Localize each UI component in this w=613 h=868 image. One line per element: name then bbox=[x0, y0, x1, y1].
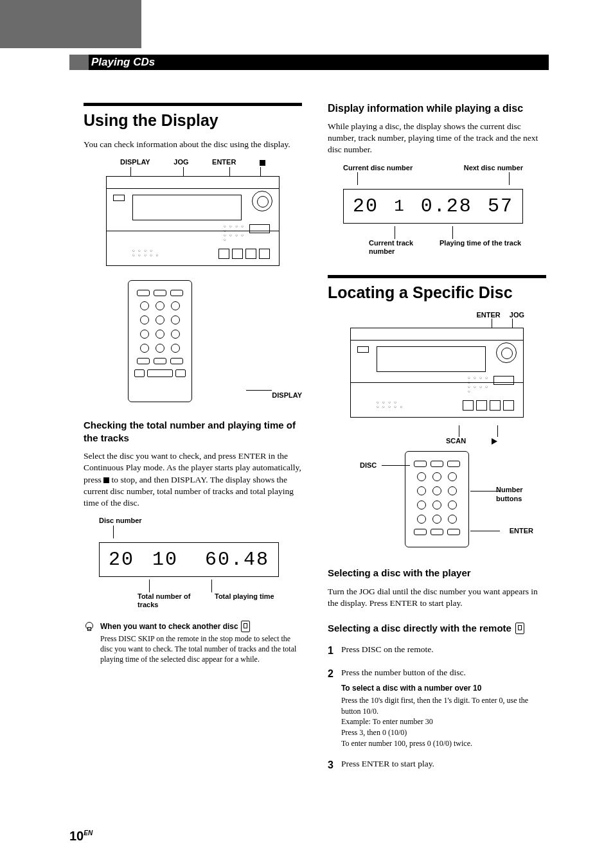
lcd2-nextdisc-label: Next disc number bbox=[464, 164, 523, 172]
sel-remote-head: Selecting a disc directly with the remot… bbox=[328, 622, 511, 635]
tip-title-row: When you want to check another disc bbox=[100, 621, 302, 632]
page-number: 10EN bbox=[69, 829, 93, 844]
lcd1-disc-label: Disc number bbox=[99, 517, 302, 525]
section-header: Playing CDs bbox=[69, 55, 549, 70]
lcd1-bot-lines bbox=[99, 580, 279, 592]
step-num-2: 2 bbox=[328, 667, 333, 749]
lcd2-curdisc-label: Current disc number bbox=[343, 164, 413, 172]
section-title: Playing CDs bbox=[89, 56, 155, 69]
device-callout-row: DISPLAY JOG ENTER bbox=[106, 158, 280, 166]
remote2-enter-label: ENTER bbox=[510, 527, 533, 535]
left-column: Using the Display You can check informat… bbox=[84, 103, 302, 781]
lcd2-time: 0.28 bbox=[421, 195, 472, 217]
lcd2-nextdisc: 57 bbox=[488, 195, 513, 217]
rule-2 bbox=[328, 275, 546, 278]
step-2: 2 Press the number button of the disc. T… bbox=[328, 667, 546, 749]
lcd1-time-label: Total playing time bbox=[215, 592, 279, 609]
remote-illustration-wrap: DISPLAY bbox=[84, 274, 302, 406]
checking-body: Select the disc you want to check, and p… bbox=[84, 450, 302, 509]
callout-lines bbox=[106, 167, 280, 176]
lcd1-disc: 20 bbox=[109, 549, 134, 571]
device2-top-lines bbox=[350, 319, 524, 328]
tip-block: When you want to check another disc Pres… bbox=[84, 621, 302, 665]
page-num-value: 10 bbox=[69, 829, 84, 843]
remote2-disc-text: DISC bbox=[360, 461, 377, 469]
label-jog2: JOG bbox=[510, 311, 524, 319]
remote-display-label: DISPLAY bbox=[272, 391, 302, 399]
sel-player-head: Selecting a disc with the player bbox=[328, 567, 546, 580]
lcd2-top-labels: Current disc number Next disc number bbox=[343, 164, 523, 172]
note-body-1: Press the 10's digit first, then the 1's… bbox=[341, 695, 546, 717]
note-body-4: To enter number 100, press 0 (10/0) twic… bbox=[341, 738, 546, 749]
lcd1-bottom-labels: Total number of tracks Total playing tim… bbox=[99, 592, 279, 609]
display-info-body: While playing a disc, the display shows … bbox=[328, 121, 546, 156]
note-body-2: Example: To enter number 30 bbox=[341, 716, 546, 727]
steps-list: 1 Press DISC on the remote. 2 Press the … bbox=[328, 644, 546, 772]
lcd2-playtime-label: Playing time of the track bbox=[440, 239, 523, 256]
top-grey-bar bbox=[0, 0, 141, 48]
step-num-3: 3 bbox=[328, 758, 333, 772]
step-3: 3 Press ENTER to start play. bbox=[328, 758, 546, 772]
lcd1-top-lines bbox=[99, 526, 279, 538]
lcd2-top-lines bbox=[343, 172, 523, 185]
device2-bot-lines bbox=[350, 425, 524, 437]
remote2-disc-label: DISC bbox=[360, 461, 377, 469]
remote2-number-label: Number buttons bbox=[496, 486, 535, 502]
lcd-display-2: 20 1 0.28 57 bbox=[343, 189, 523, 224]
device2-top-labels: ENTER JOG bbox=[350, 311, 524, 319]
lcd2-curdisc: 20 bbox=[353, 195, 378, 217]
using-display-heading: Using the Display bbox=[84, 111, 302, 130]
sel-player-body: Turn the JOG dial until the disc number … bbox=[328, 586, 546, 609]
step-num-1: 1 bbox=[328, 644, 333, 658]
stop-icon-inline bbox=[103, 477, 109, 483]
checking-subhead: Checking the total number and playing ti… bbox=[84, 419, 302, 444]
display-info-heading: Display information while playing a disc bbox=[328, 103, 546, 114]
play-icon bbox=[492, 437, 497, 445]
remote-icon-2 bbox=[515, 623, 524, 634]
step-2-text: Press the number button of the disc. bbox=[341, 667, 546, 679]
label-scan: SCAN bbox=[446, 437, 466, 445]
rule bbox=[84, 103, 302, 106]
device2-bot-labels: SCAN bbox=[350, 437, 524, 445]
device-illustration: ○ ○ ○ ○ ○○ ○ ○ ○ ○ ○ ○ ○ ○○ ○ ○ ○ ○ bbox=[106, 176, 280, 266]
remote-icon bbox=[241, 621, 250, 632]
lcd2-bot-lines bbox=[343, 226, 523, 239]
tip-bulb-icon bbox=[84, 621, 96, 633]
note-title: To select a disc with a number over 10 bbox=[341, 683, 546, 694]
label-jog: JOG bbox=[173, 158, 188, 166]
lcd1-tracks: 10 bbox=[152, 549, 178, 571]
tip-title: When you want to check another disc bbox=[100, 622, 238, 631]
device-illustration-2: ○ ○ ○ ○ ○○ ○ ○ ○ ○ ○ ○ ○ ○○ ○ ○ ○ ○ bbox=[350, 328, 524, 418]
locating-heading: Locating a Specific Disc bbox=[328, 283, 546, 302]
step-1-text: Press DISC on the remote. bbox=[341, 644, 434, 658]
lcd2-bottom-labels: Current track number Playing time of the… bbox=[343, 239, 523, 256]
step-2-note: To select a disc with a number over 10 P… bbox=[341, 683, 546, 749]
page-num-suffix: EN bbox=[84, 829, 93, 837]
lcd2-track: 1 bbox=[394, 197, 405, 216]
remote-illustration bbox=[128, 280, 192, 402]
note-body-3: Press 3, then 0 (10/0) bbox=[341, 727, 546, 738]
page-content: Using the Display You can check informat… bbox=[84, 103, 546, 781]
lcd1-tracks-label: Total number of tracks bbox=[138, 592, 202, 609]
lcd2-curtrack-label: Current track number bbox=[369, 239, 427, 256]
sel-remote-head-row: Selecting a disc directly with the remot… bbox=[328, 622, 546, 635]
label-enter2: ENTER bbox=[476, 311, 500, 319]
remote2-wrap: DISC Number buttons ENTER bbox=[366, 451, 508, 547]
label-enter: ENTER bbox=[212, 158, 236, 166]
stop-icon bbox=[260, 158, 265, 166]
step-1: 1 Press DISC on the remote. bbox=[328, 644, 546, 658]
lcd-display-1: 20 10 60.48 bbox=[99, 542, 279, 577]
intro-text: You can check information about the disc… bbox=[84, 139, 302, 150]
tip-body: Press DISC SKIP on the remote in the sto… bbox=[100, 633, 302, 665]
header-grey-lead bbox=[69, 55, 89, 70]
lcd1-time: 60.48 bbox=[205, 549, 269, 571]
remote-illustration-2 bbox=[405, 451, 469, 547]
label-display: DISPLAY bbox=[120, 158, 150, 166]
right-column: Display information while playing a disc… bbox=[328, 103, 546, 781]
step-3-text: Press ENTER to start play. bbox=[341, 758, 434, 772]
